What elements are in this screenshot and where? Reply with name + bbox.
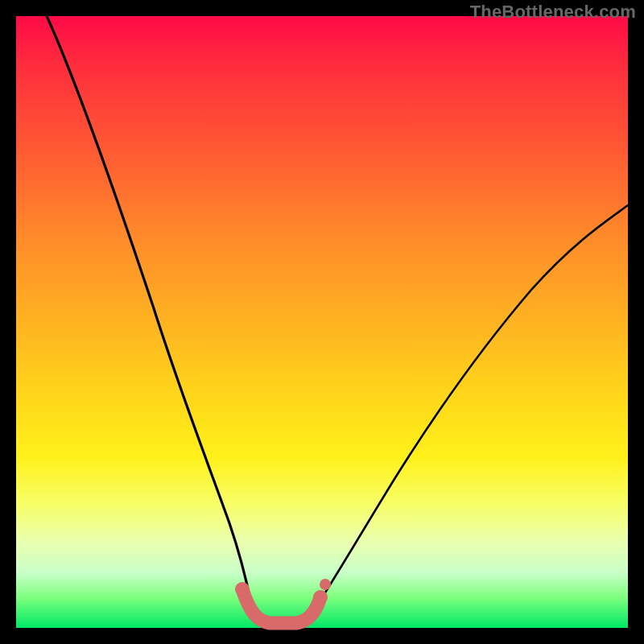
left-curve — [47, 16, 254, 618]
chart-svg — [16, 16, 628, 628]
watermark-text: TheBottleneck.com — [470, 2, 636, 23]
arc-dot-right — [313, 590, 328, 605]
bottom-arc — [242, 589, 320, 623]
arc-dot-left — [235, 582, 250, 597]
arc-dot-right-upper — [320, 579, 331, 590]
right-curve — [316, 205, 628, 608]
chart-frame — [16, 16, 628, 628]
